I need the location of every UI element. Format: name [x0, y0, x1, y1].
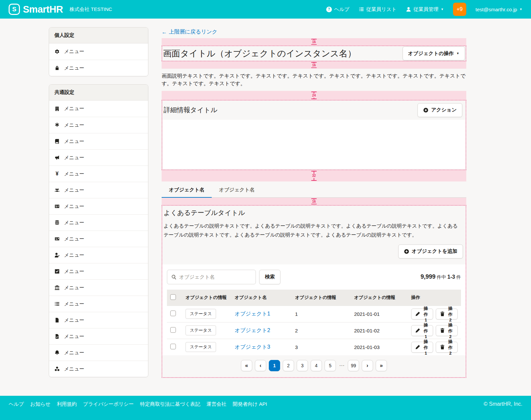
- sidebar-item-menu[interactable]: メニュー: [49, 328, 148, 344]
- sidebar-item-menu[interactable]: メニュー: [49, 361, 148, 377]
- employee-admin-nav-item[interactable]: 従業員管理 ▼: [406, 6, 444, 13]
- status-badge: ステータス: [186, 342, 216, 352]
- delete-action-button[interactable]: 操作2: [436, 342, 458, 353]
- tab-bar: オブジェクト名 オブジェクト名: [162, 183, 466, 198]
- sidebar-item-menu[interactable]: メニュー: [49, 198, 148, 214]
- sidebar-item-label: メニュー: [64, 285, 84, 291]
- object-link[interactable]: オブジェクト1: [235, 311, 270, 316]
- sidebar-item-menu[interactable]: メニュー: [49, 133, 148, 149]
- status-badge: ステータス: [186, 325, 216, 335]
- pagination-first-button[interactable]: «: [241, 360, 252, 371]
- spacing-measure: 16: [311, 62, 317, 68]
- spacing-indicator-32: 32: [162, 170, 466, 181]
- employee-admin-label: 従業員管理: [414, 6, 438, 13]
- search-button[interactable]: 検索: [259, 270, 280, 284]
- sidebar-item-menu[interactable]: メニュー: [49, 214, 148, 231]
- main-column: ← 上階層に戻るリンク 16 画面タイトル（オブジェクトのインスタンス名） オブ…: [162, 29, 466, 396]
- action-button[interactable]: アクション: [417, 103, 462, 117]
- object-link[interactable]: オブジェクト2: [235, 327, 270, 333]
- sidebar-item-menu[interactable]: メニュー: [49, 247, 148, 263]
- edit-action-button[interactable]: 操作1: [411, 342, 433, 353]
- sidebar-item-menu[interactable]: メニュー: [49, 101, 148, 117]
- delete-action-button[interactable]: 操作2: [436, 325, 458, 336]
- sidebar-group-common: 共通設定 メニュー メニュー メニュー メニュー: [49, 84, 148, 377]
- pagination-prev-button[interactable]: ‹: [255, 360, 266, 371]
- add-object-button[interactable]: オブジェクトを追加: [398, 245, 463, 258]
- pagination-page-99[interactable]: 99: [348, 360, 359, 371]
- edit-action-label: 操作1: [422, 322, 429, 339]
- spacing-indicator-16: 16: [162, 61, 466, 69]
- sidebar-item-menu[interactable]: メニュー: [49, 43, 148, 60]
- table-section-head: よくあるテーブルタイトル よくあるテーブルの説明テキストです。よくあるテーブルの…: [162, 206, 466, 239]
- sidebar-item-menu[interactable]: メニュー: [49, 182, 148, 198]
- object-link[interactable]: オブジェクト3: [235, 344, 270, 350]
- brand-name: SmartHR: [23, 4, 63, 15]
- column-header-date: オブジェクトの情報: [351, 290, 408, 306]
- sidebar-item-menu[interactable]: ¥ メニュー: [49, 166, 148, 182]
- pagination-next-button[interactable]: ›: [362, 360, 373, 371]
- row-checkbox[interactable]: [170, 344, 176, 349]
- help-nav-item[interactable]: ? ヘルプ: [326, 6, 349, 13]
- sidebar-item-menu[interactable]: メニュー: [49, 231, 148, 247]
- row-checkbox[interactable]: [170, 311, 176, 316]
- footer: ヘルプ お知らせ 利用規約 プライバシーポリシー 特定商取引法に基づく表記 運営…: [0, 396, 531, 420]
- pagination-page-1[interactable]: 1: [269, 360, 280, 371]
- object-actions-dropdown-button[interactable]: オブジェクトの操作 ▼: [403, 46, 465, 60]
- edit-action-button[interactable]: 操作1: [411, 325, 433, 336]
- row-actions: 操作1 操作2: [411, 342, 458, 353]
- edit-action-button[interactable]: 操作1: [411, 309, 433, 319]
- row-checkbox[interactable]: [170, 327, 176, 333]
- footer-link-help[interactable]: ヘルプ: [9, 401, 24, 407]
- pencil-icon: [415, 344, 420, 350]
- footer-link-company[interactable]: 運営会社: [206, 401, 226, 407]
- spacing-measure: 32: [311, 171, 317, 181]
- footer-link-news[interactable]: お知らせ: [30, 401, 50, 407]
- sidebar-item-menu[interactable]: メニュー: [49, 312, 148, 328]
- sidebar-item-menu[interactable]: メニュー: [49, 117, 148, 133]
- delete-action-button[interactable]: 操作2: [436, 309, 458, 319]
- sidebar-item-menu[interactable]: メニュー: [49, 296, 148, 312]
- notification-count-badge[interactable]: +9: [453, 3, 466, 16]
- table-header-row: オブジェクトの情報 オブジェクト名 オブジェクトの情報 オブジェクトの情報 操作: [167, 290, 461, 306]
- pagination: « ‹ 1 2 3 4 5 ⋯ 99 › »: [162, 355, 466, 377]
- footer-link-developer-api[interactable]: 開発者向け API: [233, 401, 267, 407]
- edit-action-label: 操作1: [422, 306, 429, 322]
- search-input[interactable]: [179, 274, 252, 280]
- pagination-page-5[interactable]: 5: [325, 360, 336, 371]
- object-actions-label: オブジェクトの操作: [408, 50, 454, 57]
- add-object-label: オブジェクトを追加: [412, 248, 457, 254]
- company-name: 株式会社 TESTINC: [70, 6, 112, 13]
- list-icon: [359, 7, 364, 12]
- sidebar-item-label: メニュー: [64, 317, 84, 323]
- pagination-page-3[interactable]: 3: [297, 360, 308, 371]
- pagination-page-2[interactable]: 2: [283, 360, 294, 371]
- footer-link-privacy[interactable]: プライバシーポリシー: [83, 401, 134, 407]
- result-count: 9,999 件中 1-3 件: [420, 273, 461, 280]
- tab-object-name-2[interactable]: オブジェクト名: [212, 183, 262, 197]
- column-header-actions: 操作: [408, 290, 461, 306]
- sidebar-item-menu[interactable]: メニュー: [49, 263, 148, 279]
- employee-list-nav-item[interactable]: 従業員リスト: [359, 6, 397, 13]
- pagination-page-4[interactable]: 4: [311, 360, 322, 371]
- tab-object-name-1[interactable]: オブジェクト名: [162, 183, 212, 197]
- file-icon: [54, 317, 60, 323]
- sidebar-item-menu[interactable]: メニュー: [49, 344, 148, 361]
- object-table: オブジェクトの情報 オブジェクト名 オブジェクトの情報 オブジェクトの情報 操作…: [167, 290, 461, 355]
- table-section-description: よくあるテーブルの説明テキストです。よくあるテーブルの説明テキストです。よくある…: [164, 221, 462, 239]
- object-info-cell: 2: [292, 322, 351, 339]
- chevron-down-icon: ▼: [441, 8, 444, 11]
- sidebar-group-title: 共通設定: [49, 85, 148, 101]
- smarthr-logo[interactable]: S SmartHR: [9, 4, 63, 15]
- sidebar-item-label: メニュー: [64, 171, 84, 177]
- sidebar: 個人設定 メニュー メニュー 共通設定 メニュー メニュー: [49, 27, 148, 396]
- account-menu[interactable]: test@smarthr.co.jp ▼: [476, 7, 522, 12]
- sidebar-item-menu[interactable]: メニュー: [49, 149, 148, 166]
- sidebar-item-menu[interactable]: メニュー: [49, 279, 148, 296]
- footer-link-terms[interactable]: 利用規約: [57, 401, 77, 407]
- footer-link-commerce-law[interactable]: 特定商取引法に基づく表記: [140, 401, 200, 407]
- trash-icon: [440, 328, 445, 333]
- sidebar-item-menu[interactable]: メニュー: [49, 60, 148, 76]
- back-to-parent-link[interactable]: ← 上階層に戻るリンク: [162, 29, 217, 35]
- pagination-last-button[interactable]: »: [376, 360, 387, 371]
- select-all-checkbox[interactable]: [170, 294, 176, 300]
